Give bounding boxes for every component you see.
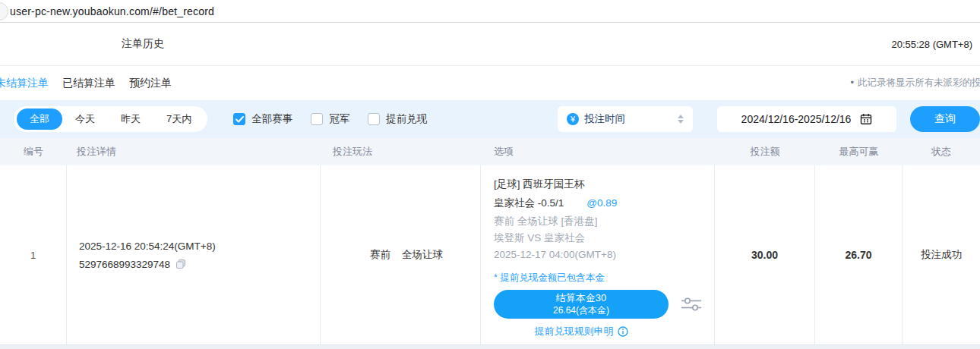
sort-arrows-icon — [678, 115, 684, 124]
bet-number: 5297668993329748 — [79, 259, 170, 270]
note-text: 此记录将显示所有未派彩的投注 — [858, 77, 980, 88]
checkbox-checked-icon[interactable] — [233, 113, 245, 125]
date-filter-group: 全部 今天 昨天 7天内 — [14, 106, 207, 132]
page-header: 注单历史 20:55:28 (GMT+8) — [0, 23, 980, 66]
cashout-rules-link[interactable]: 提前兑现规则申明 — [494, 325, 669, 338]
column-header-max-win: 最高可赢 — [815, 145, 903, 159]
match-time: 2025-12-17 04:00(GMT+8) — [494, 247, 714, 263]
play-name: 全场让球 — [402, 248, 443, 262]
play-phase: 赛前 — [370, 248, 390, 262]
bet-status: 投注成功 — [903, 165, 980, 344]
record-note: •此记录将显示所有未派彩的投注 — [850, 77, 980, 90]
cashout-button[interactable]: 结算本金30 26.64(含本金) — [494, 290, 669, 319]
tab-unsettled-bets[interactable]: 未结算注单 — [0, 77, 49, 90]
copy-icon[interactable] — [175, 259, 186, 269]
column-header-stake: 投注额 — [715, 145, 815, 159]
bet-time-sort-dropdown[interactable]: ¥ 投注时间 — [558, 106, 693, 132]
table-header-row: 编号 投注详情 投注玩法 选项 投注额 最高可赢 状态 — [0, 138, 980, 165]
header-clock: 20:55:28 (GMT+8) — [891, 39, 972, 50]
tabs-row: 未结算注单 已结算注单 预约注单 •此记录将显示所有未派彩的投注 — [0, 66, 980, 100]
url-text[interactable]: user-pc-new.youbaokun.com/#/bet_record — [10, 5, 214, 17]
filter-pill-all[interactable]: 全部 — [17, 108, 62, 130]
info-icon[interactable] — [618, 326, 628, 337]
bet-detail-cell: 2025-12-16 20:54:24(GMT+8) 5297668993329… — [67, 165, 321, 344]
date-range-picker[interactable]: 2024/12/16-2025/12/16 — [717, 106, 896, 132]
date-range-value: 2024/12/16-2025/12/16 — [741, 113, 852, 125]
checkbox-unchecked-icon[interactable] — [368, 113, 380, 125]
note-bullet-icon: • — [850, 77, 854, 88]
bet-row-number: 1 — [0, 165, 67, 344]
play-type-cell: 赛前 全场让球 — [321, 165, 481, 344]
column-header-id: 编号 — [0, 145, 67, 159]
filter-pill-7days[interactable]: 7天内 — [153, 108, 204, 130]
filter-pill-yesterday[interactable]: 昨天 — [108, 108, 153, 130]
match-teams: 埃登斯 VS 皇家社会 — [494, 230, 714, 247]
search-button[interactable]: 查询 — [910, 106, 980, 132]
checkbox-early-cashout[interactable]: 提前兑现 — [368, 112, 427, 126]
bet-odds: @0.89 — [586, 195, 617, 212]
checkbox-early-cashout-label: 提前兑现 — [386, 112, 427, 126]
browser-control-icon[interactable] — [0, 2, 8, 20]
tab-reserved-bets[interactable]: 预约注单 — [129, 77, 172, 90]
table-row: 1 2025-12-16 20:54:24(GMT+8) 52976689933… — [0, 165, 980, 345]
league-name: [足球] 西班牙国王杯 — [494, 176, 714, 193]
browser-url-bar: user-pc-new.youbaokun.com/#/bet_record — [0, 0, 980, 23]
page-background — [0, 345, 980, 349]
sort-dropdown-label: 投注时间 — [584, 112, 625, 126]
column-header-play-type: 投注玩法 — [321, 145, 481, 159]
event-checkbox-group: 全部赛事 冠军 提前兑现 — [233, 112, 445, 126]
column-header-status: 状态 — [903, 145, 980, 159]
checkbox-champion[interactable]: 冠军 — [311, 112, 349, 126]
cashout-button-line1: 结算本金30 — [556, 292, 606, 304]
cashout-rules-text: 提前兑现规则申明 — [535, 325, 614, 338]
cashout-settings-sliders-icon[interactable] — [681, 296, 702, 313]
option-cell: [足球] 西班牙国王杯 皇家社会 -0.5/1 @0.89 赛前 全场让球 [香… — [481, 165, 715, 344]
column-header-bet-detail: 投注详情 — [67, 145, 321, 159]
checkbox-all-events[interactable]: 全部赛事 — [233, 112, 292, 126]
cashout-button-line2: 26.64(含本金) — [553, 305, 609, 316]
checkbox-all-events-label: 全部赛事 — [251, 112, 292, 126]
yen-coin-icon: ¥ — [567, 113, 579, 125]
filter-bar: 全部 今天 昨天 7天内 全部赛事 冠军 提前兑现 ¥ 投注时间 2024/12… — [0, 100, 980, 138]
calendar-icon — [860, 113, 872, 125]
filter-pill-today[interactable]: 今天 — [62, 108, 108, 130]
checkbox-unchecked-icon[interactable] — [311, 113, 323, 125]
market-type: 赛前 全场让球 [香港盘] — [494, 213, 714, 230]
checkbox-champion-label: 冠军 — [329, 112, 349, 126]
bet-placed-time: 2025-12-16 20:54:24(GMT+8) — [79, 241, 320, 252]
stake-amount: 30.00 — [715, 165, 815, 344]
tab-settled-bets[interactable]: 已结算注单 — [62, 77, 115, 90]
page-title: 注单历史 — [122, 37, 164, 51]
column-header-option: 选项 — [481, 145, 715, 159]
max-win-amount: 26.70 — [815, 165, 903, 344]
cashout-note: * 提前兑现金额已包含本金 — [494, 270, 714, 285]
bet-selection: 皇家社会 -0.5/1 — [494, 195, 564, 212]
